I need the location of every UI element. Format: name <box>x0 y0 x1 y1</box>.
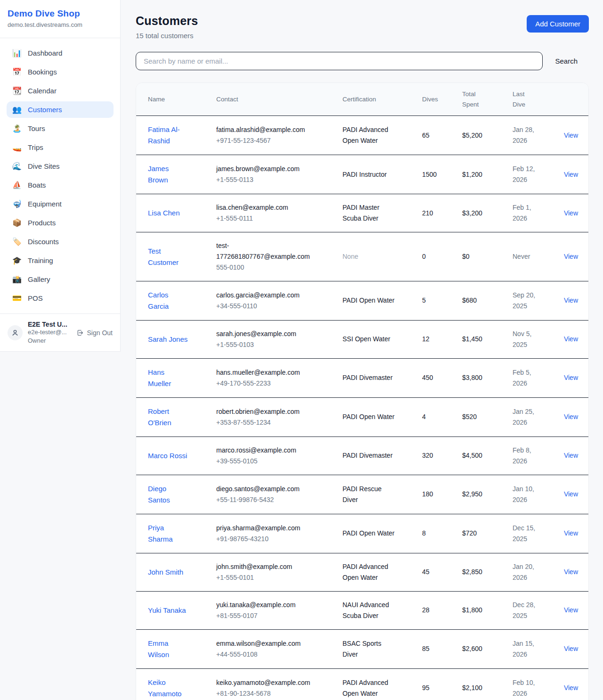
customer-total-spent: $5,200 <box>462 116 513 155</box>
customer-last-dive: Feb 5, 2026 <box>513 367 542 389</box>
sidebar-item-trips[interactable]: 🚤Trips <box>7 139 114 156</box>
user-email: e2e-tester@... <box>28 328 71 337</box>
customer-last-dive: Jan 28, 2026 <box>513 124 542 146</box>
table-row: Robert O'Brien robert.obrien@example.com… <box>136 397 589 436</box>
customer-name-link[interactable]: Priya Sharma <box>148 522 189 545</box>
customer-name-link[interactable]: Test Customer <box>148 246 189 268</box>
customer-name-link[interactable]: Emma Wilson <box>148 638 189 660</box>
customer-phone: +971-55-123-4567 <box>216 135 339 146</box>
customer-name-link[interactable]: Robert O'Brien <box>148 406 189 428</box>
sign-out-label: Sign Out <box>87 329 113 337</box>
customer-certification: NAUI Advanced Scuba Diver <box>342 600 398 621</box>
view-link[interactable]: View <box>564 335 578 343</box>
customer-name-link[interactable]: John Smith <box>148 567 183 578</box>
customer-name-link[interactable]: James Brown <box>148 163 189 186</box>
shop-name[interactable]: Demo Dive Shop <box>8 8 113 19</box>
sidebar-item-gallery[interactable]: 📸Gallery <box>7 271 114 288</box>
sidebar-item-training[interactable]: 🎓Training <box>7 252 114 269</box>
table-row: Emma Wilson emma.wilson@example.com +44-… <box>136 629 589 668</box>
customer-email: john.smith@example.com <box>216 561 316 572</box>
search-button[interactable]: Search <box>544 52 589 70</box>
customer-certification: PADI Advanced Open Water <box>342 561 398 583</box>
customer-certification: PADI Advanced Open Water <box>342 124 398 146</box>
add-customer-button[interactable]: Add Customer <box>527 15 589 33</box>
customer-phone: +34-555-0110 <box>216 301 339 312</box>
sidebar-item-discounts[interactable]: 🏷️Discounts <box>7 233 114 250</box>
customer-name-link[interactable]: Carlos Garcia <box>148 289 189 312</box>
customer-name-link[interactable]: Marco Rossi <box>148 450 187 461</box>
user-name: E2E Test U... <box>28 321 71 328</box>
customer-certification: PADI Divemaster <box>342 450 398 461</box>
view-link[interactable]: View <box>564 529 578 537</box>
customer-total-spent: $3,800 <box>462 358 513 397</box>
table-row: Fatima Al-Rashid fatima.alrashid@example… <box>136 116 589 155</box>
credit-card-icon: 💳 <box>12 295 22 302</box>
sidebar-item-dive-sites[interactable]: 🌊Dive Sites <box>7 158 114 174</box>
sidebar-item-label: Dashboard <box>28 49 62 57</box>
customer-certification: PADI Master Scuba Diver <box>342 202 398 224</box>
view-link[interactable]: View <box>564 413 578 420</box>
customer-email: carlos.garcia@example.com <box>216 290 316 301</box>
sidebar-item-pos[interactable]: 💳POS <box>7 290 114 306</box>
user-section: E2E Test U... e2e-tester@... Owner Sign … <box>0 313 120 351</box>
view-link[interactable]: View <box>564 171 578 178</box>
customer-name-link[interactable]: Keiko Yamamoto <box>148 677 189 700</box>
search-input[interactable] <box>136 52 543 70</box>
view-link[interactable]: View <box>564 452 578 459</box>
customer-name-link[interactable]: Hans Mueller <box>148 367 189 389</box>
sailboat-icon: ⛵ <box>12 181 22 189</box>
view-link[interactable]: View <box>564 606 578 614</box>
column-header-total-spent: Total Spent <box>462 83 513 116</box>
sidebar-item-tours[interactable]: 🏝️Tours <box>7 120 114 137</box>
view-link[interactable]: View <box>564 490 578 498</box>
customer-phone: +55-11-99876-5432 <box>216 494 339 505</box>
sidebar-item-boats[interactable]: ⛵Boats <box>7 177 114 193</box>
sidebar-item-label: POS <box>28 294 43 302</box>
customer-certification: BSAC Sports Diver <box>342 638 398 660</box>
sidebar-item-label: Training <box>28 256 53 264</box>
sidebar-item-dashboard[interactable]: 📊Dashboard <box>7 45 114 61</box>
customers-table: NameContactCertificationDivesTotal Spent… <box>136 83 589 700</box>
sidebar-item-customers[interactable]: 👥Customers <box>7 101 114 118</box>
customer-total-spent: $0 <box>462 232 513 281</box>
customer-phone: 555-0100 <box>216 262 339 273</box>
view-link[interactable]: View <box>564 132 578 139</box>
customer-last-dive: Jan 10, 2026 <box>513 484 542 505</box>
speedboat-icon: 🚤 <box>12 144 22 151</box>
view-link[interactable]: View <box>564 645 578 652</box>
view-link[interactable]: View <box>564 568 578 576</box>
view-link[interactable]: View <box>564 296 578 304</box>
sidebar-item-label: Customers <box>28 106 62 114</box>
customer-phone: +39-555-0105 <box>216 456 339 467</box>
view-link[interactable]: View <box>564 684 578 692</box>
palm-island-icon: 🏝️ <box>12 125 22 132</box>
sidebar-item-products[interactable]: 📦Products <box>7 214 114 231</box>
customer-email: yuki.tanaka@example.com <box>216 600 316 610</box>
customer-name-link[interactable]: Yuki Tanaka <box>148 605 186 616</box>
sign-out-button[interactable]: Sign Out <box>76 329 113 337</box>
sidebar-item-calendar[interactable]: 📆Calendar <box>7 82 114 99</box>
view-link[interactable]: View <box>564 253 578 260</box>
customer-total-spent: $720 <box>462 514 513 553</box>
customer-total-spent: $2,850 <box>462 553 513 591</box>
customer-phone: +1-555-0111 <box>216 213 339 224</box>
customer-name-link[interactable]: Lisa Chen <box>148 207 180 219</box>
sidebar-item-label: Dive Sites <box>28 162 60 170</box>
view-link[interactable]: View <box>564 374 578 381</box>
sidebar-item-bookings[interactable]: 📅Bookings <box>7 64 114 80</box>
sidebar-item-label: Tours <box>28 124 45 132</box>
customer-name-link[interactable]: Fatima Al-Rashid <box>148 124 189 147</box>
customer-total-spent: $2,600 <box>462 629 513 668</box>
customer-phone: +353-87-555-1234 <box>216 417 339 428</box>
view-link[interactable]: View <box>564 209 578 217</box>
table-row: Carlos Garcia carlos.garcia@example.com … <box>136 281 589 320</box>
customer-name-link[interactable]: Sarah Jones <box>148 334 187 345</box>
sidebar-item-label: Trips <box>28 143 43 151</box>
table-row: Lisa Chen lisa.chen@example.com +1-555-0… <box>136 194 589 232</box>
column-header-contact: Contact <box>216 83 342 116</box>
customer-phone: +81-90-1234-5678 <box>216 688 339 699</box>
sidebar-item-equipment[interactable]: 🤿Equipment <box>7 196 114 212</box>
customer-name-link[interactable]: Diego Santos <box>148 483 189 506</box>
calendar-icon: 📅 <box>12 68 22 76</box>
customer-certification: PADI Instructor <box>342 169 398 180</box>
